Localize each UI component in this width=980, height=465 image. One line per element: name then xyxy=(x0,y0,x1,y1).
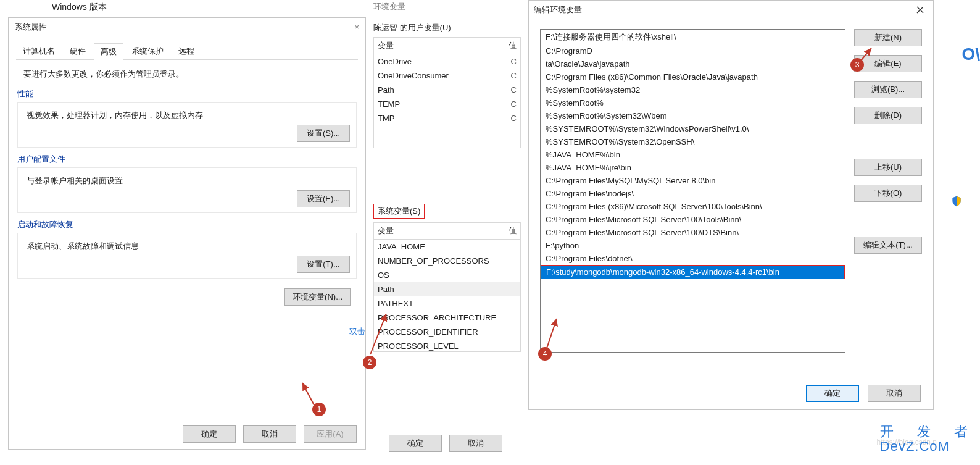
devz-en: DevZ.CoM xyxy=(880,439,978,454)
path-row[interactable]: C:\Program Files (x86)\Microsoft SQL Ser… xyxy=(541,200,845,213)
dlg1-apply-button[interactable]: 应用(A) xyxy=(304,425,357,443)
edit-text-button[interactable]: 编辑文本(T)... xyxy=(854,237,922,254)
dlg1-titlebar: 系统属性 × xyxy=(9,18,365,36)
col-val2: 值 xyxy=(509,225,517,237)
close-icon[interactable]: × xyxy=(354,22,359,31)
startup-title: 启动和故障恢复 xyxy=(17,219,357,230)
path-list[interactable]: F:\连接服务器使用四个的软件\xshell\C:\ProgramDta\Ora… xyxy=(540,29,845,353)
user-vars-table[interactable]: 变量值 OneDriveCOneDriveConsumerCPathCTEMPC… xyxy=(373,37,521,148)
col-val: 值 xyxy=(509,40,517,51)
col-var2: 变量 xyxy=(378,225,509,237)
path-row[interactable]: %SystemRoot%\system32 xyxy=(541,83,845,96)
devz-cn: 开 发 者 xyxy=(880,424,978,439)
table-row[interactable]: OneDriveC xyxy=(374,54,520,69)
dlg1-ok-button[interactable]: 确定 xyxy=(183,425,236,443)
path-row[interactable]: %JAVA_HOME%\jre\bin xyxy=(541,161,845,174)
svg-line-3 xyxy=(547,319,557,348)
startup-settings-button[interactable]: 设置(T)... xyxy=(297,256,350,273)
arrow-2-icon xyxy=(368,301,392,357)
path-row[interactable]: C:\Program Files\Microsoft SQL Server\10… xyxy=(541,213,845,226)
startup-desc: 系统启动、系统故障和调试信息 xyxy=(27,241,347,252)
annotation-badge-3: 3 xyxy=(850,58,864,72)
path-row[interactable]: C:\Program Files\Microsoft SQL Server\10… xyxy=(541,226,845,239)
dlg3-ok-button[interactable]: 确定 xyxy=(806,385,859,402)
table-row[interactable]: JAVA_HOME xyxy=(374,240,520,254)
system-vars-table[interactable]: 变量值 JAVA_HOMENUMBER_OF_PROCESSORSOSPathP… xyxy=(373,222,521,352)
path-row[interactable]: C:\Program Files (x86)\Common Files\Orac… xyxy=(541,70,845,83)
move-down-button[interactable]: 下移(O) xyxy=(854,185,922,202)
col-var: 变量 xyxy=(378,40,509,51)
annotation-badge-2: 2 xyxy=(363,356,376,369)
dlg1-tabs: 计算机名 硬件 高级 系统保护 远程 xyxy=(16,43,358,60)
dlg2-ok-button[interactable]: 确定 xyxy=(389,435,442,452)
user-profile-section: 用户配置文件 与登录帐户相关的桌面设置 设置(E)... xyxy=(17,154,357,213)
delete-button[interactable]: 删除(D) xyxy=(854,107,922,124)
browse-button[interactable]: 浏览(B)... xyxy=(854,81,922,98)
dlg1-title: 系统属性 xyxy=(15,22,47,33)
table-row[interactable]: PathC xyxy=(374,83,520,97)
environment-variables-dialog: 环境变量 陈运智 的用户变量(U) 变量值 OneDriveCOneDriveC… xyxy=(367,0,527,457)
svg-line-0 xyxy=(302,383,315,406)
tab-system-protection[interactable]: 系统保护 xyxy=(125,43,170,59)
tab-hardware[interactable]: 硬件 xyxy=(63,43,93,59)
path-row[interactable]: %SystemRoot% xyxy=(541,96,845,109)
performance-title: 性能 xyxy=(17,88,357,99)
admin-note: 要进行大多数更改，你必须作为管理员登录。 xyxy=(23,69,351,80)
performance-section: 性能 视觉效果，处理器计划，内存使用，以及虚拟内存 设置(S)... xyxy=(17,88,357,148)
dlg2-header: 环境变量 xyxy=(367,0,527,14)
move-up-button[interactable]: 上移(U) xyxy=(854,159,922,176)
table-row[interactable]: NUMBER_OF_PROCESSORS xyxy=(374,254,520,268)
dlg3-title: 编辑环境变量 xyxy=(534,4,582,15)
tab-computer-name[interactable]: 计算机名 xyxy=(16,43,62,59)
performance-desc: 视觉效果，处理器计划，内存使用，以及虚拟内存 xyxy=(27,110,347,121)
path-row[interactable]: F:\python xyxy=(541,239,845,252)
dlg3-cancel-button[interactable]: 取消 xyxy=(868,385,921,402)
path-row[interactable]: %SystemRoot%\System32\Wbem xyxy=(541,109,845,122)
shield-icon xyxy=(950,195,963,209)
user-profile-desc: 与登录帐户相关的桌面设置 xyxy=(27,175,347,186)
annotation-badge-1: 1 xyxy=(312,403,326,416)
table-row[interactable]: PROCESSOR_IDENTIFIER xyxy=(374,325,520,339)
path-row[interactable]: %SYSTEMROOT%\System32\OpenSSH\ xyxy=(541,135,845,148)
table-row[interactable]: PROCESSOR_LEVEL xyxy=(374,339,520,352)
startup-section: 启动和故障恢复 系统启动、系统故障和调试信息 设置(T)... xyxy=(17,219,357,279)
ov-fragment: O\ xyxy=(961,44,980,64)
dlg1-cancel-button[interactable]: 取消 xyxy=(243,425,296,443)
annotation-badge-4: 4 xyxy=(538,347,552,361)
path-row[interactable]: C:\ProgramD xyxy=(541,44,845,57)
user-profile-title: 用户配置文件 xyxy=(17,154,357,165)
table-row[interactable]: TEMPC xyxy=(374,97,520,111)
environment-variables-button[interactable]: 环境变量(N)... xyxy=(284,288,351,306)
path-row[interactable]: F:\study\mongodb\mongodb-win32-x86_64-wi… xyxy=(541,265,845,279)
system-vars-title: 系统变量(S) xyxy=(373,204,425,219)
table-row[interactable]: PROCESSOR_ARCHITECTURE xyxy=(374,311,520,325)
table-row[interactable]: TMPC xyxy=(374,111,520,125)
performance-settings-button[interactable]: 设置(S)... xyxy=(297,125,350,142)
path-row[interactable]: %SYSTEMROOT%\System32\WindowsPowerShell\… xyxy=(541,122,845,135)
user-vars-title: 陈运智 的用户变量(U) xyxy=(373,22,521,33)
path-row[interactable]: F:\连接服务器使用四个的软件\xshell\ xyxy=(541,30,845,44)
path-row[interactable]: C:\Program Files\nodejs\ xyxy=(541,187,845,200)
tab-advanced[interactable]: 高级 xyxy=(94,43,123,60)
table-row[interactable]: OneDriveConsumerC xyxy=(374,69,520,83)
user-profile-settings-button[interactable]: 设置(E)... xyxy=(297,190,350,207)
path-row[interactable]: C:\Program Files\dotnet\ xyxy=(541,252,845,265)
path-row[interactable]: ta\Oracle\Java\javapath xyxy=(541,57,845,70)
dlg3-close-icon[interactable] xyxy=(912,2,928,18)
devz-logo: 开 发 者 DevZ.CoM xyxy=(880,424,978,454)
double-click-annotation: 双击 xyxy=(349,326,365,337)
arrow-4-icon xyxy=(543,315,568,352)
tab-remote[interactable]: 远程 xyxy=(172,43,201,59)
path-row[interactable]: %JAVA_HOME%\bin xyxy=(541,148,845,161)
table-row[interactable]: PATHEXT xyxy=(374,296,520,311)
table-row[interactable]: Path xyxy=(374,282,520,296)
table-row[interactable]: OS xyxy=(374,268,520,282)
path-row[interactable]: C:\Program Files\MySQL\MySQL Server 8.0\… xyxy=(541,174,845,187)
windows-version-label: Windows 版本 xyxy=(52,2,107,13)
svg-line-1 xyxy=(370,314,386,354)
dlg2-cancel-button[interactable]: 取消 xyxy=(449,435,502,452)
